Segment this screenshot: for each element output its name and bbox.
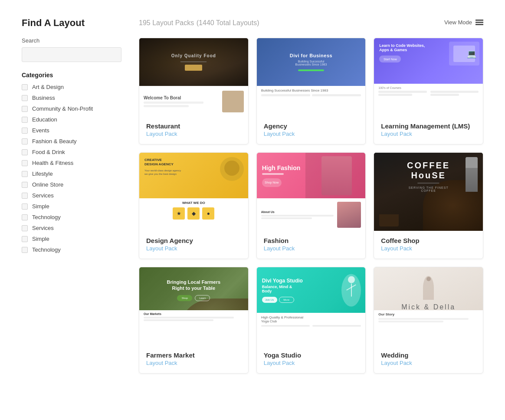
- category-item-lifestyle[interactable]: Lifestyle: [22, 171, 121, 177]
- layout-card-fashion[interactable]: High Fashion Shop Now About Us: [256, 152, 366, 259]
- category-item-services2[interactable]: Services: [22, 225, 121, 231]
- category-item-technology2[interactable]: Technology: [22, 246, 121, 253]
- category-checkbox-fashion-beauty[interactable]: [22, 138, 28, 144]
- card-body-farmers-market: Farmers Market Layout Pack: [139, 345, 248, 373]
- category-label-simple2: Simple: [32, 236, 49, 242]
- card-body-restaurant: Restaurant Layout Pack: [139, 116, 248, 144]
- card-body-wedding: Wedding Layout Pack: [374, 345, 483, 373]
- category-label-services2: Services: [32, 225, 54, 231]
- category-checkbox-business[interactable]: [22, 95, 28, 101]
- total-layouts: (1440 Total Layouts): [197, 19, 259, 26]
- category-item-online-store[interactable]: Online Store: [22, 181, 121, 188]
- category-checkbox-technology[interactable]: [22, 214, 28, 220]
- view-bar-1: [475, 20, 483, 21]
- layout-card-restaurant[interactable]: Only Quality Food Welcome To Boral Resta…: [139, 38, 249, 144]
- sidebar-title: Find A Layout: [22, 17, 121, 29]
- card-image-farmers-market: Bringing Local FarmersRight to your Tabl…: [139, 267, 248, 345]
- card-title-coffee-shop: Coffee Shop: [381, 237, 476, 244]
- search-label: Search: [22, 37, 121, 44]
- layout-card-design-agency[interactable]: CREATIVEDESIGN AGENCY Your world-class d…: [139, 152, 249, 259]
- card-subtitle-fashion: Layout Pack: [264, 245, 359, 252]
- category-item-health-fitness[interactable]: Health & Fitness: [22, 160, 121, 166]
- category-checkbox-lifestyle[interactable]: [22, 171, 28, 177]
- search-input[interactable]: [22, 47, 121, 62]
- category-item-art-design[interactable]: Art & Design: [22, 84, 121, 90]
- card-subtitle-agency: Layout Pack: [264, 131, 359, 137]
- view-mode-icon: [475, 20, 483, 25]
- category-checkbox-services[interactable]: [22, 193, 28, 199]
- card-subtitle-wedding: Layout Pack: [381, 360, 476, 366]
- card-title-fashion: Fashion: [264, 237, 359, 244]
- category-item-technology[interactable]: Technology: [22, 214, 121, 220]
- card-image-lms: Learn to Code Websites,Apps & Games Star…: [374, 38, 483, 116]
- card-subtitle-design-agency: Layout Pack: [146, 245, 241, 252]
- category-checkbox-health-fitness[interactable]: [22, 160, 28, 166]
- category-label-fashion-beauty: Fashion & Beauty: [32, 138, 77, 144]
- card-image-yoga-studio: Divi Yoga Studio Balance, Mind &Body Joi…: [257, 267, 366, 345]
- category-item-education[interactable]: Education: [22, 116, 121, 123]
- category-label-online-store: Online Store: [32, 181, 63, 188]
- main-content: 195 Layout Packs (1440 Total Layouts) Vi…: [139, 17, 483, 374]
- category-checkbox-education[interactable]: [22, 117, 28, 123]
- layout-grid: Only Quality Food Welcome To Boral Resta…: [139, 38, 483, 374]
- category-item-community[interactable]: Community & Non-Profit: [22, 105, 121, 112]
- view-bar-2: [475, 22, 483, 23]
- card-image-wedding: Mick & Della ARE GETTING MARRIED Our Sto…: [374, 267, 483, 345]
- card-title-yoga-studio: Yoga Studio: [264, 351, 359, 359]
- category-item-food-drink[interactable]: Food & Drink: [22, 149, 121, 155]
- card-body-agency: Agency Layout Pack: [257, 116, 366, 144]
- category-item-events[interactable]: Events: [22, 127, 121, 134]
- category-item-simple2[interactable]: Simple: [22, 236, 121, 242]
- card-subtitle-restaurant: Layout Pack: [146, 131, 241, 137]
- category-checkbox-art-design[interactable]: [22, 84, 28, 90]
- card-body-fashion: Fashion Layout Pack: [257, 231, 366, 259]
- category-checkbox-simple[interactable]: [22, 203, 28, 210]
- layout-card-yoga-studio[interactable]: Divi Yoga Studio Balance, Mind &Body Joi…: [256, 267, 366, 374]
- layout-card-lms[interactable]: Learn to Code Websites,Apps & Games Star…: [374, 38, 483, 144]
- card-title-agency: Agency: [264, 122, 359, 130]
- card-image-fashion: High Fashion Shop Now About Us: [257, 153, 366, 231]
- category-checkbox-services2[interactable]: [22, 225, 28, 231]
- layout-card-coffee-shop[interactable]: COFFEE HouSE SERVING THE FINEST COFFEE C…: [374, 152, 483, 259]
- view-mode-label: View Mode: [444, 19, 472, 26]
- card-image-agency: Divi for Business Building SuccessfulBus…: [257, 38, 366, 116]
- category-checkbox-community[interactable]: [22, 106, 28, 112]
- card-image-restaurant: Only Quality Food Welcome To Boral: [139, 38, 248, 116]
- category-label-art-design: Art & Design: [32, 84, 64, 90]
- card-body-yoga-studio: Yoga Studio Layout Pack: [257, 345, 366, 373]
- main-header: 195 Layout Packs (1440 Total Layouts) Vi…: [139, 17, 483, 27]
- card-image-coffee-shop: COFFEE HouSE SERVING THE FINEST COFFEE: [374, 153, 483, 231]
- category-checkbox-simple2[interactable]: [22, 236, 28, 242]
- layout-card-wedding[interactable]: Mick & Della ARE GETTING MARRIED Our Sto…: [374, 267, 483, 374]
- card-subtitle-yoga-studio: Layout Pack: [264, 360, 359, 366]
- category-label-lifestyle: Lifestyle: [32, 171, 53, 177]
- card-subtitle-lms: Layout Pack: [381, 131, 476, 137]
- category-label-technology2: Technology: [32, 246, 61, 253]
- category-checkbox-food-drink[interactable]: [22, 149, 28, 155]
- category-checkbox-online-store[interactable]: [22, 182, 28, 188]
- category-checkbox-events[interactable]: [22, 128, 28, 134]
- card-title-design-agency: Design Agency: [146, 237, 241, 244]
- category-item-simple[interactable]: Simple: [22, 203, 121, 210]
- category-label-simple: Simple: [32, 203, 49, 210]
- sidebar: Find A Layout Search Categories Art & De…: [22, 17, 121, 374]
- category-label-community: Community & Non-Profit: [32, 105, 93, 112]
- pack-count: 195 Layout Packs (1440 Total Layouts): [139, 17, 259, 27]
- category-item-business[interactable]: Business: [22, 95, 121, 101]
- category-label-events: Events: [32, 127, 49, 134]
- category-label-food-drink: Food & Drink: [32, 149, 65, 155]
- category-item-services[interactable]: Services: [22, 192, 121, 199]
- card-body-design-agency: Design Agency Layout Pack: [139, 231, 248, 259]
- category-label-health-fitness: Health & Fitness: [32, 160, 73, 166]
- category-item-fashion-beauty[interactable]: Fashion & Beauty: [22, 138, 121, 144]
- view-mode-toggle[interactable]: View Mode: [444, 19, 483, 26]
- card-image-design-agency: CREATIVEDESIGN AGENCY Your world-class d…: [139, 153, 248, 231]
- card-title-restaurant: Restaurant: [146, 122, 241, 130]
- pack-count-number: 195 Layout Packs: [139, 19, 194, 26]
- layout-card-agency[interactable]: Divi for Business Building SuccessfulBus…: [256, 38, 366, 144]
- category-checkbox-technology2[interactable]: [22, 247, 28, 253]
- card-subtitle-farmers-market: Layout Pack: [146, 360, 241, 366]
- category-label-services: Services: [32, 192, 54, 199]
- layout-card-farmers-market[interactable]: Bringing Local FarmersRight to your Tabl…: [139, 267, 249, 374]
- category-label-technology: Technology: [32, 214, 61, 220]
